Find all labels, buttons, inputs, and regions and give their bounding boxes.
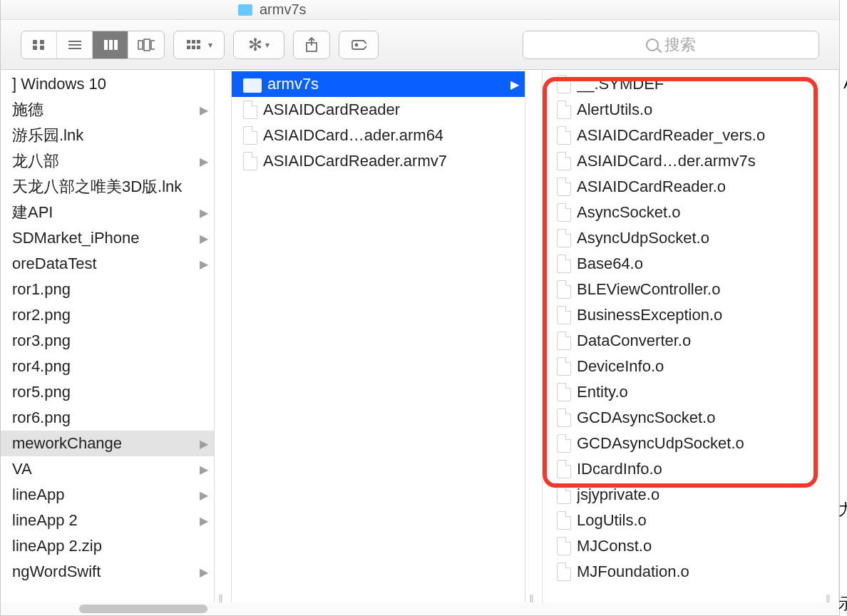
- chevron-right-icon: ▶: [200, 206, 208, 220]
- arrange-button[interactable]: ▾: [174, 31, 224, 58]
- list-item[interactable]: ] Windows 10: [1, 71, 214, 97]
- tags-button[interactable]: [339, 31, 379, 59]
- list-item[interactable]: 施德▶: [1, 97, 214, 123]
- list-item[interactable]: BusinessException.o: [543, 302, 822, 328]
- item-label: GCDAsyncSocket.o: [577, 409, 816, 427]
- adjacent-window-text: 力: [838, 499, 847, 520]
- file-icon: [243, 152, 257, 170]
- list-item[interactable]: IDcardInfo.o: [543, 456, 822, 482]
- list-item[interactable]: ASIAIDCardReader.o: [543, 174, 822, 200]
- column-2: armv7s▶ASIAIDCardReaderASIAIDCard…ader.a…: [232, 70, 525, 615]
- svg-rect-13: [187, 40, 190, 43]
- list-item[interactable]: Entity.o: [543, 379, 822, 405]
- list-item[interactable]: meworkChange▶: [1, 431, 214, 456]
- list-item[interactable]: ror3.png: [1, 328, 214, 354]
- item-label: SDMarket_iPhone: [12, 229, 195, 247]
- file-icon: [557, 75, 571, 93]
- list-item[interactable]: ASIAIDCardReader.armv7: [232, 148, 525, 174]
- item-label: Base64.o: [577, 255, 816, 273]
- file-icon: [557, 152, 571, 170]
- list-item[interactable]: ASIAIDCardReader_vers.o: [543, 123, 822, 148]
- column-divider[interactable]: ||: [525, 70, 543, 615]
- column-browser: ] Windows 10施德▶游乐园.lnk龙八部▶天龙八部之唯美3D版.lnk…: [1, 70, 839, 615]
- horizontal-scrollbar[interactable]: [1, 602, 839, 615]
- list-item[interactable]: MJConst.o: [543, 533, 822, 559]
- tag-icon: [351, 38, 366, 51]
- file-icon: [557, 511, 571, 530]
- file-icon: [243, 101, 257, 119]
- item-label: ror3.png: [12, 332, 208, 350]
- file-icon: [557, 460, 571, 478]
- list-item[interactable]: VA▶: [1, 456, 214, 482]
- list-item[interactable]: ASIAIDCard…ader.arm64: [232, 123, 525, 148]
- file-icon: [557, 537, 571, 555]
- view-icon-button[interactable]: [21, 31, 57, 58]
- scrollbar-thumb[interactable]: [79, 605, 207, 613]
- list-item[interactable]: armv7s▶: [232, 71, 525, 97]
- list-item[interactable]: 天龙八部之唯美3D版.lnk: [1, 174, 214, 200]
- view-gallery-button[interactable]: [128, 31, 164, 58]
- list-item[interactable]: lineApp 2.zip: [1, 533, 214, 559]
- svg-rect-15: [197, 40, 200, 43]
- list-item[interactable]: LogUtils.o: [543, 508, 822, 533]
- list-item[interactable]: AsyncUdpSocket.o: [543, 225, 822, 251]
- list-item[interactable]: BLEViewController.o: [543, 277, 822, 302]
- list-item[interactable]: ror6.png: [1, 405, 214, 431]
- list-item[interactable]: MJFoundation.o: [543, 559, 822, 585]
- svg-rect-14: [192, 40, 195, 43]
- list-item[interactable]: __.SYMDEF: [543, 71, 822, 97]
- item-label: ] Windows 10: [12, 75, 208, 93]
- file-icon: [557, 486, 571, 504]
- titlebar: armv7s: [1, 0, 839, 20]
- list-item[interactable]: ror5.png: [1, 379, 214, 405]
- list-item[interactable]: DataConverter.o: [543, 328, 822, 354]
- list-item[interactable]: AlertUtils.o: [543, 97, 822, 123]
- list-item[interactable]: 建API▶: [1, 200, 214, 225]
- list-item[interactable]: ror1.png: [1, 277, 214, 302]
- view-list-button[interactable]: [57, 31, 93, 58]
- list-item[interactable]: GCDAsyncSocket.o: [543, 405, 822, 431]
- svg-rect-3: [40, 46, 44, 50]
- item-label: 天龙八部之唯美3D版.lnk: [12, 176, 208, 197]
- share-button[interactable]: [293, 31, 330, 59]
- action-menu-button[interactable]: ✻ ▾: [233, 31, 284, 59]
- list-item[interactable]: ASIAIDCard…der.armv7s: [543, 148, 822, 174]
- item-label: ror1.png: [12, 280, 208, 299]
- chevron-right-icon: ▶: [200, 565, 208, 579]
- file-icon: [557, 229, 571, 247]
- list-item[interactable]: lineApp▶: [1, 482, 214, 508]
- list-item[interactable]: ror4.png: [1, 354, 214, 379]
- view-column-button[interactable]: [93, 31, 128, 58]
- folder-icon: [243, 78, 262, 93]
- column-divider[interactable]: ||: [822, 70, 839, 615]
- file-icon: [557, 306, 571, 324]
- item-label: Entity.o: [577, 383, 816, 401]
- file-icon: [557, 203, 571, 222]
- item-label: ASIAIDCardReader.o: [577, 178, 816, 196]
- item-label: AsyncUdpSocket.o: [577, 229, 816, 247]
- list-item[interactable]: DeviceInfo.o: [543, 354, 822, 379]
- item-label: oreDataTest: [12, 255, 195, 273]
- column-3: __.SYMDEFAlertUtils.oASIAIDCardReader_ve…: [543, 70, 822, 615]
- list-item[interactable]: oreDataTest▶: [1, 251, 214, 277]
- item-label: ASIAIDCardReader_vers.o: [577, 126, 816, 145]
- chevron-right-icon: ▶: [200, 514, 208, 528]
- list-item[interactable]: GCDAsyncUdpSocket.o: [543, 431, 822, 456]
- item-label: VA: [12, 460, 195, 478]
- list-item[interactable]: 游乐园.lnk: [1, 123, 214, 148]
- window-title: armv7s: [260, 1, 307, 18]
- list-item[interactable]: lineApp 2▶: [1, 508, 214, 533]
- list-item[interactable]: 龙八部▶: [1, 148, 214, 174]
- list-item[interactable]: jsjyprivate.o: [543, 482, 822, 508]
- list-item[interactable]: AsyncSocket.o: [543, 200, 822, 225]
- file-icon: [557, 357, 571, 376]
- search-field[interactable]: 搜索: [523, 31, 819, 59]
- item-label: 游乐园.lnk: [12, 125, 208, 146]
- item-label: ror2.png: [12, 306, 208, 324]
- list-item[interactable]: ASIAIDCardReader: [232, 97, 525, 123]
- list-item[interactable]: SDMarket_iPhone▶: [1, 225, 214, 251]
- list-item[interactable]: ngWordSwift▶: [1, 559, 214, 585]
- list-item[interactable]: Base64.o: [543, 251, 822, 277]
- list-item[interactable]: ror2.png: [1, 302, 214, 328]
- column-divider[interactable]: ||: [215, 70, 232, 615]
